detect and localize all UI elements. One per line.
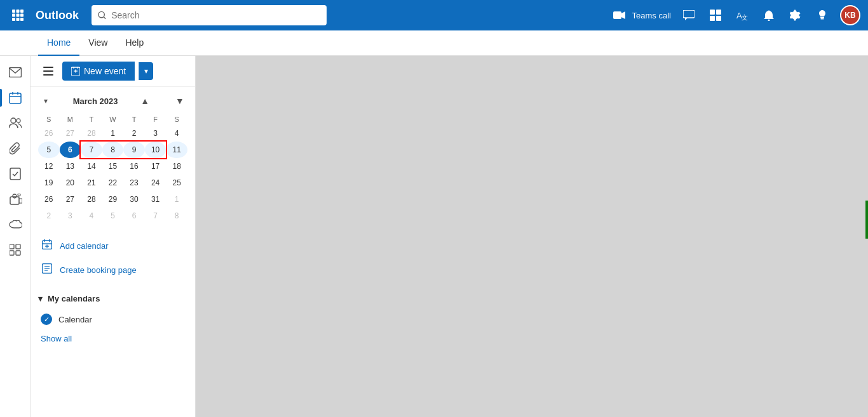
menu-view[interactable]: View (79, 30, 116, 56)
new-event-label: New event (84, 66, 126, 76)
create-booking-label: Create booking page (60, 265, 137, 275)
calendar-day[interactable]: 8 (166, 208, 187, 224)
svg-marker-12 (621, 11, 625, 19)
teams-call-button[interactable]: Teams call (611, 6, 671, 24)
calendar-day[interactable]: 27 (60, 125, 81, 142)
sidebar-people[interactable] (4, 112, 27, 135)
teams-call-label: Teams call (632, 11, 671, 20)
calendar-day[interactable]: 2 (38, 208, 60, 224)
calendar-day[interactable]: 4 (81, 208, 102, 224)
main-layout: New event ▾ ▾ March 2023 ▲ ▼ S M T W T (0, 56, 868, 417)
svg-rect-11 (613, 11, 621, 19)
translate-icon[interactable]: A 文 (733, 6, 751, 24)
calendar-day[interactable]: 26 (38, 125, 60, 142)
collapse-icon: ▾ (38, 294, 43, 303)
waffle-icon[interactable] (8, 10, 28, 21)
sidebar-apps[interactable] (4, 239, 27, 261)
calendar-day[interactable]: 27 (60, 191, 81, 208)
calendar-day[interactable]: 26 (38, 191, 60, 208)
cal-next-button[interactable]: ▼ (172, 93, 187, 109)
sidebar-icons (0, 56, 31, 417)
calendar-day[interactable]: 17 (145, 158, 166, 175)
my-calendars-header[interactable]: ▾ My calendars (38, 291, 187, 306)
calendar-day[interactable]: 18 (166, 158, 187, 175)
calendar-day[interactable]: 28 (81, 125, 102, 142)
calendar-grid: S M T W T F S 26272812345678910111213141… (38, 114, 187, 224)
my-calendars-title: My calendars (48, 294, 100, 303)
calendar-day[interactable]: 4 (166, 125, 187, 142)
svg-rect-26 (10, 93, 21, 103)
calendar-day[interactable]: 29 (102, 191, 124, 208)
calendar-day[interactable]: 6 (123, 208, 145, 224)
create-booking-link[interactable]: Create booking page (38, 258, 187, 281)
calendar-day[interactable]: 24 (145, 175, 166, 191)
calendar-day[interactable]: 20 (60, 175, 81, 191)
svg-rect-13 (683, 10, 695, 18)
day-header-t2: T (123, 114, 145, 125)
bell-icon[interactable] (760, 6, 778, 24)
search-input[interactable] (111, 10, 320, 20)
hamburger-button[interactable] (38, 61, 58, 81)
add-calendar-link[interactable]: Add calendar (38, 234, 187, 257)
svg-rect-6 (12, 18, 15, 21)
cal-prev-button[interactable]: ▲ (137, 93, 153, 109)
bulb-icon[interactable] (813, 6, 831, 24)
calendar-day[interactable]: 23 (123, 175, 145, 191)
calendar-item[interactable]: ✓ Calendar (38, 310, 187, 329)
calendar-day[interactable]: 5 (102, 208, 124, 224)
settings-icon[interactable] (787, 6, 804, 24)
add-calendar-label: Add calendar (60, 241, 109, 251)
calendar-day[interactable]: 14 (81, 158, 102, 175)
calendar-day[interactable]: 5 (38, 142, 60, 158)
menu-home[interactable]: Home (38, 30, 79, 56)
calendar-day[interactable]: 11 (166, 142, 187, 158)
svg-rect-40 (43, 67, 53, 68)
calendar-day[interactable]: 12 (38, 158, 60, 175)
sidebar-mail[interactable] (4, 61, 27, 84)
calendar-day[interactable]: 1 (102, 125, 124, 142)
svg-point-21 (768, 20, 770, 22)
svg-rect-8 (20, 18, 24, 21)
svg-rect-38 (10, 251, 14, 255)
calendar-day[interactable]: 6 (60, 142, 81, 158)
sidebar-todo[interactable] (4, 162, 27, 185)
calendar-day[interactable]: 22 (102, 175, 124, 191)
menu-help[interactable]: Help (116, 30, 153, 56)
calendar-day[interactable]: 1 (166, 191, 187, 208)
calendar-day[interactable]: 9 (123, 142, 145, 158)
calendar-day[interactable]: 19 (38, 175, 60, 191)
sidebar-calendar[interactable] (4, 86, 27, 109)
calendar-day[interactable]: 7 (145, 208, 166, 224)
calendar-day[interactable]: 30 (123, 191, 145, 208)
calendar-day[interactable]: 15 (102, 158, 124, 175)
svg-rect-7 (17, 18, 20, 21)
show-all-link[interactable]: Show all (38, 329, 187, 348)
calendar-day[interactable]: 31 (145, 191, 166, 208)
svg-rect-2 (20, 10, 24, 13)
calendar-day[interactable]: 7 (81, 142, 102, 158)
calendar-day[interactable]: 25 (166, 175, 187, 191)
sidebar-teams[interactable] (4, 188, 27, 211)
sidebar-onedrive[interactable] (4, 213, 27, 236)
chat-icon[interactable] (680, 6, 698, 24)
avatar[interactable]: KB (840, 5, 860, 25)
calendar-day[interactable]: 2 (123, 125, 145, 142)
calendar-day[interactable]: 28 (81, 191, 102, 208)
new-event-dropdown-button[interactable]: ▾ (139, 62, 153, 80)
calendar-day[interactable]: 3 (145, 125, 166, 142)
svg-rect-36 (10, 244, 14, 249)
calendar-collapse-button[interactable]: ▾ (38, 93, 53, 109)
grid-view-icon[interactable] (707, 6, 724, 24)
calendar-day[interactable]: 10 (145, 142, 166, 158)
new-event-button[interactable]: New event (62, 62, 135, 81)
calendar-day[interactable]: 3 (60, 208, 81, 224)
app-title: Outlook (36, 9, 79, 22)
svg-rect-17 (710, 16, 715, 21)
calendar-day[interactable]: 13 (60, 158, 81, 175)
calendar-day[interactable]: 8 (102, 142, 124, 158)
calendar-day[interactable]: 21 (81, 175, 102, 191)
calendar-day[interactable]: 16 (123, 158, 145, 175)
svg-point-35 (18, 194, 20, 196)
day-header-t1: T (81, 114, 102, 125)
sidebar-attachments[interactable] (4, 137, 27, 160)
